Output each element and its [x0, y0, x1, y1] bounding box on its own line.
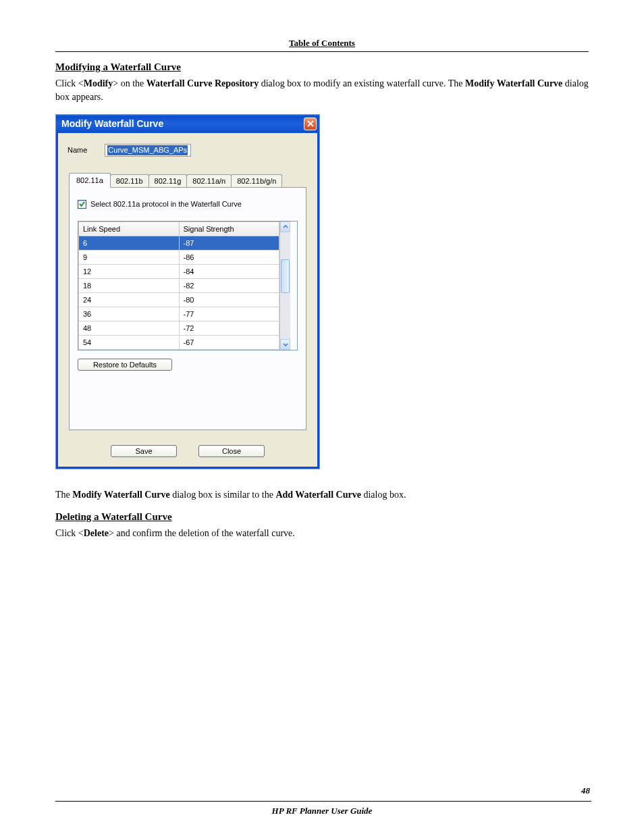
cell-link-speed[interactable]: 9 [79, 250, 180, 264]
protocol-checkbox[interactable] [78, 200, 86, 209]
chevron-down-icon [283, 342, 288, 347]
scroll-thumb[interactable] [281, 259, 290, 293]
checkbox-label: Select 802.11a protocol in the Waterfall… [90, 200, 242, 208]
cell-link-speed[interactable]: 12 [79, 264, 180, 278]
footer-rule [55, 801, 591, 802]
cell-signal-strength[interactable]: -77 [179, 307, 279, 321]
col-link-speed[interactable]: Link Speed [79, 221, 180, 236]
cell-signal-strength[interactable]: -84 [179, 264, 279, 278]
dialog-titlebar[interactable]: Modify Waterfall Curve [56, 115, 319, 133]
close-button[interactable] [304, 118, 317, 130]
tab-80211b[interactable]: 802.11b [110, 174, 149, 187]
table-row[interactable]: 48-72 [79, 321, 279, 335]
save-button[interactable]: Save [111, 445, 177, 457]
cell-link-speed[interactable]: 24 [79, 292, 180, 307]
chevron-up-icon [283, 224, 288, 230]
page-number: 48 [581, 785, 590, 796]
section-heading-delete: Deleting a Waterfall Curve [55, 511, 589, 523]
header-rule [55, 51, 589, 52]
name-input[interactable]: Curve_MSM_ABG_APs [105, 144, 191, 157]
section-heading-modify: Modifying a Waterfall Curve [55, 61, 589, 73]
modify-waterfall-dialog: Modify Waterfall Curve Name Curve_MSM_AB… [55, 114, 320, 469]
cell-link-speed[interactable]: 54 [79, 335, 180, 349]
cell-signal-strength[interactable]: -80 [179, 292, 279, 307]
paragraph-delete: Click <Delete> and confirm the deletion … [55, 527, 589, 540]
table-row[interactable]: 9-86 [79, 250, 279, 264]
tab-panel: Select 802.11a protocol in the Waterfall… [69, 187, 306, 430]
cell-signal-strength[interactable]: -72 [179, 321, 279, 335]
col-signal-strength[interactable]: Signal Strength [179, 221, 279, 236]
scroll-down-button[interactable] [280, 339, 290, 350]
cell-signal-strength[interactable]: -86 [179, 250, 279, 264]
cell-signal-strength[interactable]: -67 [179, 335, 279, 349]
cell-signal-strength[interactable]: -82 [179, 278, 279, 292]
tab-strip: 802.11a802.11b802.11g802.11a/n802.11b/g/… [69, 173, 309, 187]
table-scrollbar[interactable] [279, 221, 290, 350]
table-row[interactable]: 24-80 [79, 292, 279, 307]
tab-80211bgn[interactable]: 802.11b/g/n [231, 174, 282, 187]
tab-80211a[interactable]: 802.11a [69, 173, 111, 188]
table-row[interactable]: 18-82 [79, 278, 279, 292]
close-dialog-button[interactable]: Close [198, 445, 265, 457]
close-icon [307, 120, 314, 127]
cell-link-speed[interactable]: 18 [79, 278, 180, 292]
scroll-up-button[interactable] [280, 221, 290, 232]
paragraph-modify-intro: Click <Modify> on the Waterfall Curve Re… [55, 77, 589, 105]
table-row[interactable]: 6-87 [79, 236, 279, 250]
check-icon [78, 201, 86, 208]
table-row[interactable]: 36-77 [79, 307, 279, 321]
footer-guide-title: HP RF Planner User Guide [0, 806, 644, 816]
cell-signal-strength[interactable]: -87 [179, 236, 279, 250]
table-row[interactable]: 54-67 [79, 335, 279, 349]
tab-80211g[interactable]: 802.11g [149, 174, 188, 187]
tab-80211an[interactable]: 802.11a/n [186, 174, 232, 187]
cell-link-speed[interactable]: 36 [79, 307, 180, 321]
cell-link-speed[interactable]: 48 [79, 321, 180, 335]
table-row[interactable]: 12-84 [79, 264, 279, 278]
cell-link-speed[interactable]: 6 [79, 236, 180, 250]
paragraph-similarity: The Modify Waterfall Curve dialog box is… [55, 488, 589, 502]
restore-defaults-button[interactable]: Restore to Defaults [78, 359, 172, 371]
toc-link[interactable]: Table of Contents [55, 38, 589, 49]
dialog-title: Modify Waterfall Curve [61, 118, 163, 129]
waterfall-table[interactable]: Link Speed Signal Strength 6-879-8612-84… [78, 221, 279, 350]
name-label: Name [68, 146, 87, 154]
